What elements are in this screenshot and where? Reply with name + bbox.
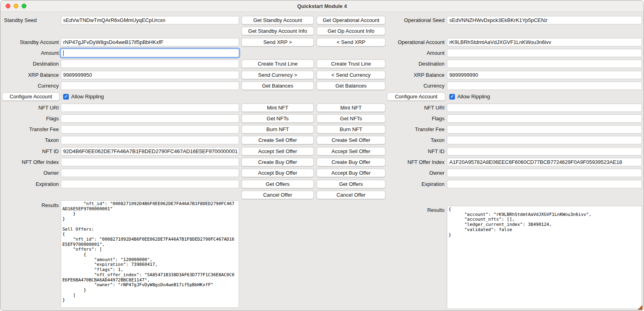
operational-taxon-label: Taxon [387, 135, 445, 146]
operational-allow-rippling-row: ✓ Allow Rippling [447, 91, 642, 102]
standby-expiration-label: Expiration [2, 178, 60, 189]
configure-account-operational-button[interactable]: Configure Account [387, 92, 445, 101]
send-xrp-right-button[interactable]: Send XRP > [241, 38, 314, 46]
standby-owner-input[interactable] [61, 169, 239, 177]
operational-nft-uri-input[interactable] [447, 104, 642, 112]
get-nfts-standby-button[interactable]: Get NFTs [241, 114, 314, 123]
standby-seed-label: Standby Seed [2, 15, 60, 26]
send-xrp-left-button[interactable]: < Send XRP [317, 38, 385, 46]
accept-buy-offer-operational-button[interactable]: Accept Buy Offer [317, 169, 385, 177]
operational-results-textarea[interactable]: { "account": "rK9LBRhStdmtAaVdJXGVF1LnKW… [447, 206, 642, 309]
create-trust-line-standby-button[interactable]: Create Trust Line [241, 60, 314, 68]
cancel-offer-standby-button[interactable]: Cancel Offer [241, 191, 314, 199]
standby-flags-label: Flags [2, 113, 60, 124]
operational-transfer-fee-label: Transfer Fee [387, 124, 445, 135]
create-trust-line-operational-button[interactable]: Create Trust Line [317, 60, 385, 68]
operational-owner-label: Owner [387, 167, 445, 178]
operational-destination-input[interactable] [447, 60, 642, 68]
mint-nft-operational-button[interactable]: Mint NFT [317, 104, 385, 112]
get-operational-account-button[interactable]: Get Operational Account [317, 16, 385, 24]
minimize-window-icon[interactable] [14, 4, 18, 8]
standby-xrp-balance-label: XRP Balance [2, 69, 60, 80]
operational-flags-label: Flags [387, 113, 445, 124]
operational-nft-uri-label: NFT URI [387, 102, 445, 113]
operational-results-cell: { "account": "rK9LBRhStdmtAaVdJXGVF1LnKW… [447, 200, 642, 309]
resize-grip-icon[interactable] [638, 305, 642, 310]
operational-results-label: Results [387, 200, 445, 309]
standby-nft-uri-label: NFT URI [2, 102, 60, 113]
standby-results-label: Results [2, 200, 60, 309]
checkmark-icon: ✓ [450, 94, 454, 99]
get-standby-account-button[interactable]: Get Standby Account [241, 16, 314, 24]
operational-allow-rippling-checkbox[interactable]: ✓ [449, 94, 455, 100]
standby-seed-input[interactable]: sEdVwTNDwTmQArR6xGMmUyqECpUrcxn [61, 16, 239, 24]
get-offers-operational-button[interactable]: Get Offers [317, 180, 385, 188]
mint-nft-standby-button[interactable]: Mint NFT [241, 104, 314, 112]
operational-seed-input[interactable]: sEdVNNZHWvDxpck3EkBKrK1Yp5pCENz [447, 16, 642, 24]
operational-currency-input[interactable] [447, 82, 642, 90]
burn-nft-operational-button[interactable]: Burn NFT [317, 125, 385, 134]
get-op-account-info-button[interactable]: Get Op Account Info [317, 27, 385, 35]
get-balances-standby-button[interactable]: Get Balances [241, 82, 314, 90]
standby-amount-input[interactable] [61, 49, 239, 57]
standby-account-input[interactable]: rNP47gJFvDyW8gsDo4weB17if5pBbHKxfF [61, 38, 239, 46]
standby-currency-label: Currency [2, 80, 60, 91]
operational-flags-input[interactable] [447, 114, 642, 123]
standby-xrp-balance-input[interactable]: 9989999950 [61, 71, 239, 79]
standby-destination-input[interactable] [61, 60, 239, 68]
operational-allow-rippling-label: Allow Rippling [457, 94, 490, 100]
operational-nft-offer-index-label: NFT Offer Index [387, 157, 445, 167]
create-sell-offer-standby-button[interactable]: Create Sell Offer [241, 136, 314, 144]
standby-transfer-fee-input[interactable] [61, 125, 239, 134]
form-grid: Standby Seed sEdVwTNDwTmQArR6xGMmUyqECpU… [2, 15, 642, 309]
standby-destination-label: Destination [2, 58, 60, 69]
app-window: Quickstart Module 4 Standby Seed sEdVwTN… [0, 0, 644, 311]
standby-owner-label: Owner [2, 167, 60, 178]
accept-sell-offer-standby-button[interactable]: Accept Sell Offer [241, 147, 314, 156]
create-buy-offer-operational-button[interactable]: Create Buy Offer [317, 158, 385, 166]
standby-results-cell: "nft_id": "0008271092D4B6F0EE062DE7FA46A… [61, 200, 239, 309]
cancel-offer-operational-button[interactable]: Cancel Offer [317, 191, 385, 199]
standby-nft-uri-input[interactable] [61, 104, 239, 112]
operational-transfer-fee-input[interactable] [447, 125, 642, 134]
operational-expiration-label: Expiration [387, 178, 445, 189]
standby-expiration-input[interactable] [61, 180, 239, 188]
operational-account-input[interactable]: rK9LBRhStdmtAaVdJXGVF1LnKWou3n6ivv [447, 38, 642, 46]
send-currency-left-button[interactable]: < Send Currency [317, 71, 385, 79]
create-sell-offer-operational-button[interactable]: Create Sell Offer [317, 136, 385, 144]
operational-amount-label: Amount [387, 48, 445, 58]
get-nfts-operational-button[interactable]: Get NFTs [317, 114, 385, 123]
get-standby-account-info-button[interactable]: Get Standby Account Info [241, 27, 314, 35]
send-currency-right-button[interactable]: Send Currency > [241, 71, 314, 79]
operational-nft-id-label: NFT ID [387, 146, 445, 157]
standby-nft-offer-index-input[interactable] [61, 158, 239, 166]
burn-nft-standby-button[interactable]: Burn NFT [241, 125, 314, 134]
get-balances-operational-button[interactable]: Get Balances [317, 82, 385, 90]
main-content: Standby Seed sEdVwTNDwTmQArR6xGMmUyqECpU… [0, 12, 644, 311]
operational-xrp-balance-input[interactable]: 9899999990 [447, 71, 642, 79]
accept-buy-offer-standby-button[interactable]: Accept Buy Offer [241, 169, 314, 177]
get-offers-standby-button[interactable]: Get Offers [241, 180, 314, 188]
standby-taxon-input[interactable] [61, 136, 239, 144]
standby-flags-input[interactable] [61, 114, 239, 123]
operational-nft-id-input[interactable] [447, 147, 642, 156]
configure-account-standby-button[interactable]: Configure Account [2, 92, 60, 101]
close-window-icon[interactable] [6, 4, 10, 8]
standby-amount-label: Amount [2, 48, 60, 58]
operational-expiration-input[interactable] [447, 180, 642, 188]
accept-sell-offer-operational-button[interactable]: Accept Sell Offer [317, 147, 385, 156]
operational-amount-input[interactable] [447, 49, 642, 57]
standby-currency-input[interactable] [61, 82, 239, 90]
checkmark-icon: ✓ [64, 94, 68, 99]
standby-results-textarea[interactable]: "nft_id": "0008271092D4B6F0EE062DE7FA46A… [61, 200, 239, 308]
zoom-window-icon[interactable] [22, 4, 26, 8]
operational-nft-offer-index-input[interactable]: A1F20A95782A8E06EEC6F6060CD77BCB7724629F… [447, 158, 642, 166]
operational-xrp-balance-label: XRP Balance [387, 69, 445, 80]
standby-transfer-fee-label: Transfer Fee [2, 124, 60, 135]
title-bar: Quickstart Module 4 [0, 0, 644, 12]
create-buy-offer-standby-button[interactable]: Create Buy Offer [241, 158, 314, 166]
operational-owner-input[interactable] [447, 169, 642, 177]
operational-taxon-input[interactable] [447, 136, 642, 144]
standby-allow-rippling-checkbox[interactable]: ✓ [63, 94, 69, 100]
standby-nft-id-input[interactable]: 92D4B6F0EE062DE7FA46A7B1F8DED2790FC467AD… [61, 147, 239, 156]
